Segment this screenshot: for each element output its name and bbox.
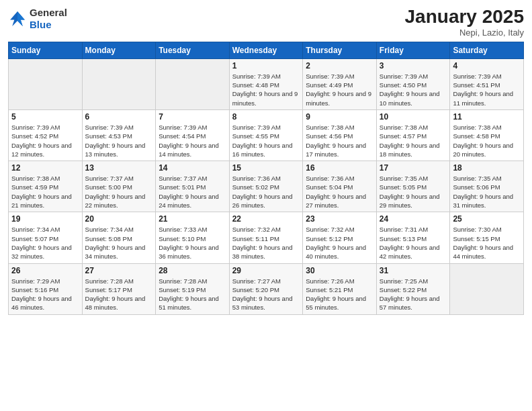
day-number: 1 bbox=[232, 61, 300, 71]
day-number: 18 bbox=[453, 163, 521, 173]
day-number: 15 bbox=[232, 163, 300, 173]
day-info: Sunrise: 7:35 AMSunset: 5:06 PMDaylight:… bbox=[453, 174, 521, 210]
table-row: 3Sunrise: 7:39 AMSunset: 4:50 PMDaylight… bbox=[376, 58, 450, 109]
day-number: 22 bbox=[232, 214, 300, 224]
day-info: Sunrise: 7:28 AMSunset: 5:17 PMDaylight:… bbox=[85, 277, 153, 312]
day-info: Sunrise: 7:39 AMSunset: 4:52 PMDaylight:… bbox=[11, 123, 79, 158]
day-number: 12 bbox=[11, 163, 79, 173]
day-number: 11 bbox=[453, 112, 521, 122]
table-row: 26Sunrise: 7:29 AMSunset: 5:16 PMDayligh… bbox=[9, 263, 83, 314]
day-info: Sunrise: 7:39 AMSunset: 4:48 PMDaylight:… bbox=[232, 72, 300, 107]
page: General Blue January 2025 Nepi, Lazio, I… bbox=[0, 0, 532, 411]
logo: General Blue bbox=[8, 7, 67, 31]
day-number: 23 bbox=[306, 214, 373, 224]
day-number: 19 bbox=[11, 214, 79, 224]
day-info: Sunrise: 7:39 AMSunset: 4:49 PMDaylight:… bbox=[306, 72, 373, 107]
table-row: 4Sunrise: 7:39 AMSunset: 4:51 PMDaylight… bbox=[450, 58, 524, 109]
calendar-week-4: 19Sunrise: 7:34 AMSunset: 5:07 PMDayligh… bbox=[9, 212, 524, 263]
logo-general: General bbox=[30, 7, 67, 18]
table-row: 21Sunrise: 7:33 AMSunset: 5:10 PMDayligh… bbox=[156, 212, 230, 263]
table-row: 27Sunrise: 7:28 AMSunset: 5:17 PMDayligh… bbox=[82, 263, 156, 314]
day-info: Sunrise: 7:31 AMSunset: 5:13 PMDaylight:… bbox=[380, 225, 447, 261]
table-row: 22Sunrise: 7:32 AMSunset: 5:11 PMDayligh… bbox=[229, 212, 303, 263]
day-info: Sunrise: 7:26 AMSunset: 5:21 PMDaylight:… bbox=[306, 277, 373, 312]
col-tuesday: Tuesday bbox=[156, 42, 230, 58]
table-row: 16Sunrise: 7:36 AMSunset: 5:04 PMDayligh… bbox=[303, 161, 377, 212]
day-info: Sunrise: 7:36 AMSunset: 5:02 PMDaylight:… bbox=[232, 174, 300, 210]
table-row: 7Sunrise: 7:39 AMSunset: 4:54 PMDaylight… bbox=[156, 109, 230, 161]
day-info: Sunrise: 7:28 AMSunset: 5:19 PMDaylight:… bbox=[159, 277, 226, 312]
day-info: Sunrise: 7:38 AMSunset: 4:56 PMDaylight:… bbox=[306, 123, 373, 158]
day-info: Sunrise: 7:39 AMSunset: 4:51 PMDaylight:… bbox=[453, 72, 521, 107]
day-info: Sunrise: 7:37 AMSunset: 5:00 PMDaylight:… bbox=[85, 174, 153, 210]
day-info: Sunrise: 7:30 AMSunset: 5:15 PMDaylight:… bbox=[453, 225, 521, 261]
header: General Blue January 2025 Nepi, Lazio, I… bbox=[8, 7, 524, 38]
day-number: 28 bbox=[159, 266, 226, 275]
table-row: 12Sunrise: 7:38 AMSunset: 4:59 PMDayligh… bbox=[9, 161, 83, 212]
day-number: 5 bbox=[11, 112, 79, 122]
day-number: 27 bbox=[85, 266, 153, 275]
table-row: 14Sunrise: 7:37 AMSunset: 5:01 PMDayligh… bbox=[156, 161, 230, 212]
logo-icon bbox=[8, 9, 27, 28]
table-row: 6Sunrise: 7:39 AMSunset: 4:53 PMDaylight… bbox=[82, 109, 156, 161]
table-row bbox=[82, 58, 156, 109]
table-row: 19Sunrise: 7:34 AMSunset: 5:07 PMDayligh… bbox=[9, 212, 83, 263]
col-friday: Friday bbox=[376, 42, 450, 58]
table-row bbox=[9, 58, 83, 109]
calendar-week-5: 26Sunrise: 7:29 AMSunset: 5:16 PMDayligh… bbox=[9, 263, 524, 314]
calendar-week-3: 12Sunrise: 7:38 AMSunset: 4:59 PMDayligh… bbox=[9, 161, 524, 212]
table-row: 31Sunrise: 7:25 AMSunset: 5:22 PMDayligh… bbox=[376, 263, 450, 314]
table-row: 25Sunrise: 7:30 AMSunset: 5:15 PMDayligh… bbox=[450, 212, 524, 263]
day-info: Sunrise: 7:36 AMSunset: 5:04 PMDaylight:… bbox=[306, 174, 373, 210]
day-number: 3 bbox=[380, 61, 447, 71]
table-row: 9Sunrise: 7:38 AMSunset: 4:56 PMDaylight… bbox=[303, 109, 377, 161]
day-number: 13 bbox=[85, 163, 153, 173]
day-number: 29 bbox=[232, 266, 300, 275]
logo-text: General Blue bbox=[30, 7, 67, 31]
day-info: Sunrise: 7:38 AMSunset: 4:59 PMDaylight:… bbox=[11, 174, 79, 210]
day-number: 26 bbox=[11, 266, 79, 275]
day-number: 24 bbox=[380, 214, 447, 224]
table-row: 1Sunrise: 7:39 AMSunset: 4:48 PMDaylight… bbox=[229, 58, 303, 109]
table-row: 15Sunrise: 7:36 AMSunset: 5:02 PMDayligh… bbox=[229, 161, 303, 212]
logo-blue: Blue bbox=[30, 19, 52, 30]
table-row: 13Sunrise: 7:37 AMSunset: 5:00 PMDayligh… bbox=[82, 161, 156, 212]
day-info: Sunrise: 7:39 AMSunset: 4:55 PMDaylight:… bbox=[232, 123, 300, 158]
day-number: 21 bbox=[159, 214, 226, 224]
table-row: 28Sunrise: 7:28 AMSunset: 5:19 PMDayligh… bbox=[156, 263, 230, 314]
table-row bbox=[156, 58, 230, 109]
day-info: Sunrise: 7:33 AMSunset: 5:10 PMDaylight:… bbox=[159, 225, 226, 261]
day-info: Sunrise: 7:34 AMSunset: 5:08 PMDaylight:… bbox=[85, 225, 153, 261]
table-row: 29Sunrise: 7:27 AMSunset: 5:20 PMDayligh… bbox=[229, 263, 303, 314]
col-thursday: Thursday bbox=[303, 42, 377, 58]
table-row: 17Sunrise: 7:35 AMSunset: 5:05 PMDayligh… bbox=[376, 161, 450, 212]
table-row: 8Sunrise: 7:39 AMSunset: 4:55 PMDaylight… bbox=[229, 109, 303, 161]
day-info: Sunrise: 7:27 AMSunset: 5:20 PMDaylight:… bbox=[232, 277, 300, 312]
day-info: Sunrise: 7:39 AMSunset: 4:53 PMDaylight:… bbox=[85, 123, 153, 158]
day-number: 8 bbox=[232, 112, 300, 122]
day-info: Sunrise: 7:35 AMSunset: 5:05 PMDaylight:… bbox=[380, 174, 447, 210]
table-row: 5Sunrise: 7:39 AMSunset: 4:52 PMDaylight… bbox=[9, 109, 83, 161]
table-row: 18Sunrise: 7:35 AMSunset: 5:06 PMDayligh… bbox=[450, 161, 524, 212]
calendar-title: January 2025 bbox=[405, 7, 524, 28]
day-info: Sunrise: 7:37 AMSunset: 5:01 PMDaylight:… bbox=[159, 174, 226, 210]
day-info: Sunrise: 7:38 AMSunset: 4:58 PMDaylight:… bbox=[453, 123, 521, 158]
table-row: 23Sunrise: 7:32 AMSunset: 5:12 PMDayligh… bbox=[303, 212, 377, 263]
day-info: Sunrise: 7:39 AMSunset: 4:50 PMDaylight:… bbox=[380, 72, 447, 107]
table-row bbox=[450, 263, 524, 314]
day-info: Sunrise: 7:29 AMSunset: 5:16 PMDaylight:… bbox=[11, 277, 79, 312]
day-number: 17 bbox=[380, 163, 447, 173]
calendar-table: Sunday Monday Tuesday Wednesday Thursday… bbox=[8, 42, 524, 315]
day-number: 30 bbox=[306, 266, 373, 275]
day-number: 31 bbox=[380, 266, 447, 275]
table-row: 24Sunrise: 7:31 AMSunset: 5:13 PMDayligh… bbox=[376, 212, 450, 263]
day-info: Sunrise: 7:25 AMSunset: 5:22 PMDaylight:… bbox=[380, 277, 447, 312]
day-number: 4 bbox=[453, 61, 521, 71]
table-row: 10Sunrise: 7:38 AMSunset: 4:57 PMDayligh… bbox=[376, 109, 450, 161]
calendar-week-1: 1Sunrise: 7:39 AMSunset: 4:48 PMDaylight… bbox=[9, 58, 524, 109]
calendar-subtitle: Nepi, Lazio, Italy bbox=[405, 28, 524, 38]
day-number: 7 bbox=[159, 112, 226, 122]
day-number: 14 bbox=[159, 163, 226, 173]
day-info: Sunrise: 7:38 AMSunset: 4:57 PMDaylight:… bbox=[380, 123, 447, 158]
day-info: Sunrise: 7:32 AMSunset: 5:11 PMDaylight:… bbox=[232, 225, 300, 261]
